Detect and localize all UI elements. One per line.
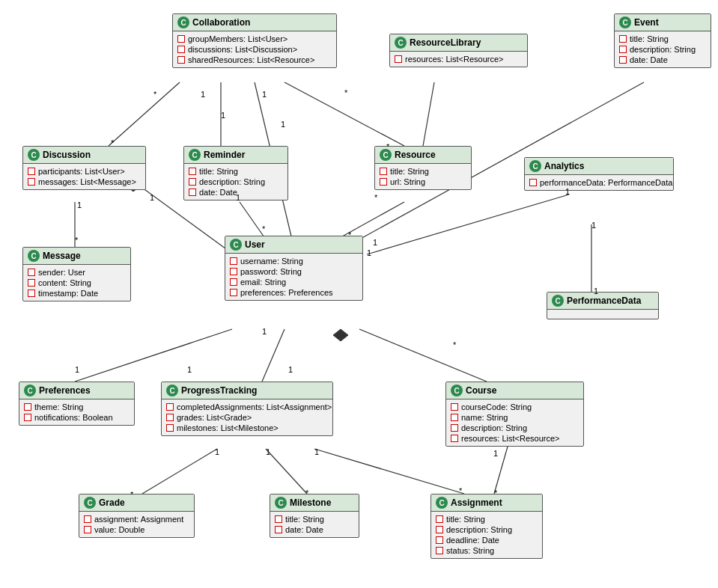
mult-1: 1 xyxy=(201,90,205,99)
class-assignment-name: Assignment xyxy=(451,497,502,508)
class-message-header: C Message xyxy=(23,248,130,265)
class-resource-name: Resource xyxy=(395,150,436,160)
attr-progresstracking-2: grades: List<Grade> xyxy=(166,412,328,423)
mult-29: * xyxy=(130,490,133,499)
attr-icon xyxy=(380,168,387,175)
mult-32: 1 xyxy=(493,449,498,458)
class-collaboration-name: Collaboration xyxy=(192,17,250,28)
class-preferences-name: Preferences xyxy=(39,385,91,396)
attr-progresstracking-1: completedAssignments: List<Assignment> xyxy=(166,402,328,412)
class-grade: C Grade assignment: Assignment value: Do… xyxy=(79,494,195,538)
svg-line-10 xyxy=(367,195,569,254)
class-resource-library-body: resources: List<Resource> xyxy=(390,52,527,67)
svg-marker-20 xyxy=(333,329,348,341)
class-icon-analytics: C xyxy=(529,160,541,172)
class-resource: C Resource title: String url: String xyxy=(374,146,472,190)
class-reminder-name: Reminder xyxy=(204,150,245,160)
class-course-name: Course xyxy=(466,385,496,396)
attr-icon xyxy=(24,403,31,411)
class-grade-name: Grade xyxy=(99,497,125,508)
attr-icon xyxy=(436,547,443,554)
attr-user-3-text: email: String xyxy=(240,278,286,287)
mult-28: 1 xyxy=(314,447,319,456)
mult-5: * xyxy=(153,90,156,99)
attr-course-3: description: String xyxy=(451,423,579,433)
attr-collaboration-2-text: discussions: List<Discussion> xyxy=(188,45,297,54)
class-icon-reminder: C xyxy=(189,149,201,161)
mult-4: 1 xyxy=(281,120,285,129)
mult-8: * xyxy=(386,142,389,151)
attr-progresstracking-3: milestones: List<Milestone> xyxy=(166,423,328,433)
attr-icon xyxy=(619,56,627,64)
class-icon-event: C xyxy=(619,16,631,28)
mult-9: 1 xyxy=(150,193,154,202)
attr-grade-1-text: assignment: Assignment xyxy=(94,515,183,524)
attr-milestone-1: title: String xyxy=(275,514,354,524)
class-milestone-name: Milestone xyxy=(290,497,331,508)
attr-icon xyxy=(436,526,443,533)
class-event-name: Event xyxy=(634,17,659,28)
svg-line-13 xyxy=(262,329,285,382)
class-preferences-header: C Preferences xyxy=(19,382,134,399)
attr-icon xyxy=(451,403,458,411)
mult-24: 1 xyxy=(75,365,79,374)
attr-event-3-text: date: Date xyxy=(630,55,668,64)
attr-icon xyxy=(166,403,174,411)
attr-icon xyxy=(451,414,458,421)
attr-preferences-2-text: notifications: Boolean xyxy=(34,413,113,422)
class-user: C User username: String password: String… xyxy=(225,236,363,301)
class-preferences-body: theme: String notifications: Boolean xyxy=(19,399,134,425)
mult-14: * xyxy=(374,193,377,202)
attr-reminder-1-text: title: String xyxy=(199,167,238,176)
class-progress-tracking: C ProgressTracking completedAssignments:… xyxy=(161,382,333,436)
class-reminder-header: C Reminder xyxy=(184,147,287,164)
attr-analytics-1: performanceData: PerformanceData xyxy=(529,177,669,188)
attr-icon xyxy=(436,536,443,544)
class-analytics-name: Analytics xyxy=(544,161,584,171)
attr-user-1-text: username: String xyxy=(240,257,303,266)
mult-22: 1 xyxy=(288,365,293,374)
mult-7: * xyxy=(344,88,347,97)
svg-line-17 xyxy=(314,449,464,494)
class-progress-tracking-name: ProgressTracking xyxy=(181,385,257,396)
attr-message-2-text: content: String xyxy=(38,278,91,287)
attr-reminder-3-text: date: Date xyxy=(199,188,237,197)
attr-event-2: description: String xyxy=(619,44,706,55)
attr-analytics-1-text: performanceData: PerformanceData xyxy=(540,178,672,187)
attr-course-1-text: courseCode: String xyxy=(461,402,532,411)
attr-course-1: courseCode: String xyxy=(451,402,579,412)
attr-icon xyxy=(28,269,35,276)
attr-icon xyxy=(619,46,627,53)
svg-line-14 xyxy=(359,329,487,382)
class-icon-performance-data: C xyxy=(552,295,564,307)
attr-icon xyxy=(177,46,185,53)
attr-icon xyxy=(28,290,35,297)
attr-icon xyxy=(28,279,35,287)
class-performance-data: C PerformanceData xyxy=(547,292,659,319)
attr-icon xyxy=(28,178,35,186)
attr-course-2-text: name: String xyxy=(461,413,508,422)
class-course-body: courseCode: String name: String descript… xyxy=(446,399,583,446)
attr-icon xyxy=(166,424,174,432)
class-user-header: C User xyxy=(225,236,362,254)
attr-grade-2: value: Double xyxy=(84,524,189,535)
class-milestone: C Milestone title: String date: Date xyxy=(270,494,359,538)
class-assignment: C Assignment title: String description: … xyxy=(431,494,543,559)
class-icon-course: C xyxy=(451,385,463,396)
attr-message-3: timestamp: Date xyxy=(28,288,126,298)
mult-13: * xyxy=(262,224,265,233)
attr-discussion-1: participants: List<User> xyxy=(28,166,141,177)
class-course: C Course courseCode: String name: String… xyxy=(445,382,584,447)
mult-23: 1 xyxy=(262,327,267,336)
attr-user-4: preferences: Preferences xyxy=(230,287,358,298)
mult-33: * xyxy=(494,489,497,497)
class-icon-discussion: C xyxy=(28,149,40,161)
class-user-name: User xyxy=(245,239,265,250)
class-icon-resource: C xyxy=(380,149,392,161)
class-collaboration: C Collaboration groupMembers: List<User>… xyxy=(172,13,337,68)
attr-user-3: email: String xyxy=(230,277,358,287)
attr-discussion-1-text: participants: List<User> xyxy=(38,167,125,176)
class-analytics: C Analytics performanceData: Performance… xyxy=(524,157,674,191)
attr-icon xyxy=(177,35,185,43)
attr-discussion-2-text: messages: List<Message> xyxy=(38,177,136,186)
